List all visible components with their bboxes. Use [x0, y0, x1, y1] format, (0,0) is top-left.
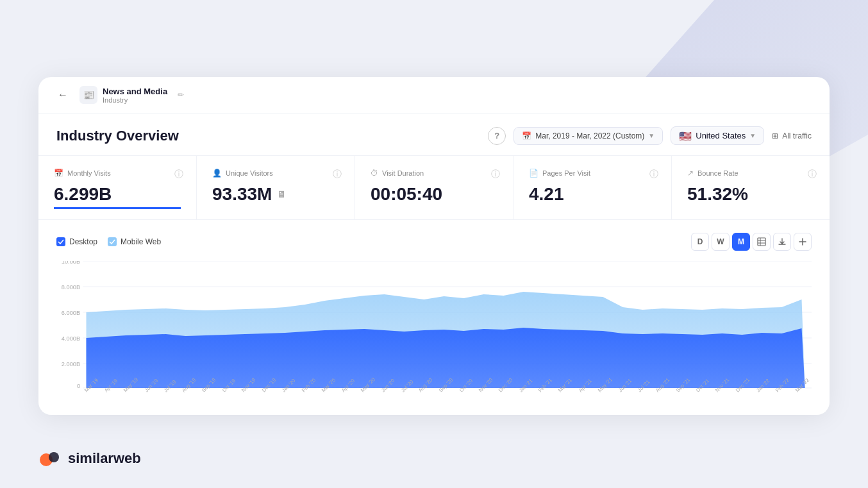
mobile-legend-label: Mobile Web	[121, 237, 161, 246]
period-buttons: D W M	[691, 233, 812, 251]
pages-per-visit-value: 4.21	[529, 184, 656, 205]
unique-visitors-info[interactable]: ⓘ	[333, 169, 342, 180]
svg-text:10.00B: 10.00B	[62, 261, 80, 265]
date-chevron-icon: ▼	[648, 132, 655, 139]
bounce-metric-icon: ↗	[687, 169, 694, 178]
user-metric-icon: 👤	[212, 169, 222, 178]
period-day-button[interactable]: D	[691, 233, 709, 251]
period-month-button[interactable]: M	[732, 233, 750, 251]
clock-metric-icon: ⏱	[371, 169, 378, 178]
pages-per-visit-label: 📄 Pages Per Visit	[529, 169, 656, 178]
legend-desktop[interactable]: Desktop	[56, 237, 97, 246]
country-chevron-icon: ▼	[749, 132, 756, 139]
similarweb-logo	[38, 447, 62, 470]
logo-icon	[38, 447, 62, 470]
breadcrumb-title: News and Media	[103, 87, 167, 96]
metric-visit-duration[interactable]: ⏱ Visit Duration 00:05:40 ⓘ	[355, 156, 513, 219]
chart-area: Desktop Mobile Web D W M	[38, 220, 830, 415]
brand-name: similarweb	[68, 450, 141, 467]
x-axis-labels: Mar '19 Apr '19 May '19 Jun '19 Jul '19 …	[56, 389, 812, 395]
pages-metric-icon: 📄	[529, 169, 538, 178]
bounce-rate-label: ↗ Bounce Rate	[687, 169, 814, 178]
bounce-rate-info[interactable]: ⓘ	[808, 169, 817, 180]
pages-per-visit-info[interactable]: ⓘ	[649, 169, 658, 180]
traffic-grid-icon: ⊞	[772, 131, 778, 140]
desktop-metric-icon: 🖥	[277, 189, 286, 199]
main-panel: ← 📰 News and Media Industry ✏ Industry O…	[38, 77, 830, 415]
chart-container: 10.00B 8.000B 6.000B 4.000B 2.000B 0 Mar…	[56, 261, 812, 402]
breadcrumb: 📰 News and Media Industry ✏	[79, 86, 184, 104]
area-chart: 10.00B 8.000B 6.000B 4.000B 2.000B 0	[56, 261, 812, 389]
traffic-label-text: All traffic	[782, 131, 812, 140]
chart-legend: Desktop Mobile Web	[56, 237, 161, 246]
svg-text:8.000B: 8.000B	[62, 284, 80, 290]
desktop-legend-label: Desktop	[69, 237, 97, 246]
help-button[interactable]: ?	[488, 127, 506, 145]
visit-duration-value: 00:05:40	[371, 184, 497, 205]
country-label: United States	[696, 131, 746, 140]
calendar-metric-icon: 📅	[54, 169, 63, 178]
chart-controls: Desktop Mobile Web D W M	[56, 233, 812, 251]
unique-visitors-value: 93.33M 🖥	[212, 184, 339, 205]
visit-duration-label: ⏱ Visit Duration	[371, 169, 497, 178]
svg-text:2.000B: 2.000B	[62, 361, 80, 367]
svg-text:0: 0	[77, 383, 80, 389]
metric-pages-per-visit[interactable]: 📄 Pages Per Visit 4.21 ⓘ	[513, 156, 672, 219]
unique-visitors-label: 👤 Unique Visitors	[212, 169, 339, 178]
metric-bounce-rate[interactable]: ↗ Bounce Rate 51.32% ⓘ	[672, 156, 830, 219]
header-controls: ? 📅 Mar, 2019 - Mar, 2022 (Custom) ▼ 🇺🇸 …	[488, 126, 812, 145]
add-chart-button[interactable]	[794, 233, 812, 251]
svg-point-17	[49, 452, 59, 462]
calendar-icon: 📅	[522, 131, 531, 140]
breadcrumb-icon: 📰	[79, 86, 97, 104]
svg-rect-0	[758, 238, 765, 246]
date-range-label: Mar, 2019 - Mar, 2022 (Custom)	[535, 131, 644, 140]
breadcrumb-text: News and Media Industry	[103, 87, 167, 104]
header-bar: ← 📰 News and Media Industry ✏	[38, 77, 830, 114]
visit-duration-info[interactable]: ⓘ	[491, 169, 500, 180]
page-title: Industry Overview	[56, 128, 179, 144]
country-flag-icon: 🇺🇸	[679, 131, 692, 140]
download-button[interactable]	[773, 233, 791, 251]
breadcrumb-subtitle: Industry	[103, 96, 167, 104]
metric-unique-visitors[interactable]: 👤 Unique Visitors 93.33M 🖥 ⓘ	[197, 156, 355, 219]
metrics-row: 📅 Monthly Visits 6.299B ⓘ 👤 Unique Visit…	[38, 156, 830, 220]
back-button[interactable]: ←	[54, 86, 72, 104]
monthly-visits-info[interactable]: ⓘ	[174, 169, 183, 180]
page-header: Industry Overview ? 📅 Mar, 2019 - Mar, 2…	[38, 114, 830, 156]
metric-monthly-visits[interactable]: 📅 Monthly Visits 6.299B ⓘ	[38, 156, 197, 219]
period-week-button[interactable]: W	[712, 233, 730, 251]
legend-mobile[interactable]: Mobile Web	[108, 237, 161, 246]
excel-export-button[interactable]	[753, 233, 771, 251]
monthly-visits-value: 6.299B	[54, 184, 181, 209]
monthly-visits-label: 📅 Monthly Visits	[54, 169, 181, 178]
mobile-checkbox[interactable]	[108, 237, 117, 246]
brand-logo-area: similarweb	[38, 447, 141, 470]
bounce-rate-value: 51.32%	[687, 184, 814, 205]
svg-text:4.000B: 4.000B	[62, 335, 80, 342]
date-range-picker[interactable]: 📅 Mar, 2019 - Mar, 2022 (Custom) ▼	[513, 127, 663, 145]
traffic-selector[interactable]: ⊞ All traffic	[772, 131, 812, 140]
country-selector[interactable]: 🇺🇸 United States ▼	[671, 126, 764, 145]
svg-text:6.000B: 6.000B	[62, 310, 80, 316]
desktop-checkbox[interactable]	[56, 237, 65, 246]
edit-icon[interactable]: ✏	[178, 90, 184, 99]
